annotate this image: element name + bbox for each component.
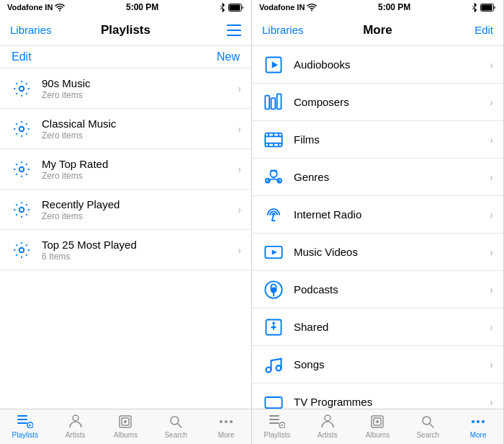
artists-icon bbox=[69, 414, 82, 429]
svg-rect-2 bbox=[227, 25, 241, 26]
bluetooth-icon-right bbox=[472, 3, 477, 12]
item-text-0: 90s Music Zero items bbox=[42, 77, 238, 100]
composers-item[interactable]: Composers › bbox=[252, 84, 503, 121]
svg-rect-58 bbox=[269, 419, 279, 420]
list-item[interactable]: Recently Played Zero items › bbox=[0, 190, 251, 230]
svg-rect-12 bbox=[17, 422, 27, 424]
music-videos-title: Music Videos bbox=[294, 246, 490, 258]
more-icon-right bbox=[472, 419, 485, 424]
songs-item[interactable]: Songs › bbox=[252, 346, 503, 383]
artists-tab-icon-right bbox=[320, 414, 336, 430]
shared-item[interactable]: Shared › bbox=[252, 308, 503, 346]
tab-label-more-left: More bbox=[218, 431, 235, 439]
music-videos-svg bbox=[264, 242, 284, 262]
item-text-2: My Top Rated Zero items bbox=[42, 158, 238, 181]
tab-more-right[interactable]: More bbox=[453, 409, 503, 443]
tab-playlists-left[interactable]: Playlists bbox=[0, 409, 50, 443]
left-status-left: Vodafone IN bbox=[7, 3, 65, 12]
list-item[interactable]: 90s Music Zero items › bbox=[0, 68, 251, 109]
playlists-icon-right bbox=[269, 415, 285, 428]
shared-text: Shared bbox=[294, 321, 490, 333]
svg-point-65 bbox=[376, 420, 379, 423]
tv-programmes-icon bbox=[262, 391, 285, 409]
tv-programmes-item[interactable]: TV Programmes › bbox=[252, 383, 503, 409]
tab-artists-right[interactable]: Artists bbox=[302, 409, 353, 443]
tab-more-left[interactable]: More bbox=[201, 409, 251, 443]
playlists-icon bbox=[17, 415, 33, 428]
right-back-button[interactable]: Libraries bbox=[262, 24, 304, 36]
item-text-1: Classical Music Zero items bbox=[42, 117, 238, 141]
films-item[interactable]: Films › bbox=[252, 121, 503, 159]
svg-point-40 bbox=[270, 170, 276, 177]
search-tab-icon-right bbox=[420, 414, 436, 430]
right-status-bar: Vodafone IN 5:00 PM bbox=[252, 0, 503, 14]
tab-artists-left[interactable]: Artists bbox=[50, 409, 101, 443]
songs-svg bbox=[264, 355, 284, 375]
svg-rect-29 bbox=[271, 98, 276, 109]
svg-rect-30 bbox=[277, 94, 282, 109]
svg-point-5 bbox=[19, 86, 24, 91]
svg-rect-10 bbox=[17, 415, 27, 417]
audiobooks-item[interactable]: Audiobooks › bbox=[252, 46, 503, 84]
edit-button[interactable]: Edit bbox=[12, 50, 32, 63]
item-text-4: Top 25 Most Played 6 Items bbox=[42, 239, 238, 262]
internet-radio-icon bbox=[262, 203, 285, 226]
list-icon[interactable] bbox=[227, 25, 241, 36]
tab-albums-right[interactable]: Albums bbox=[353, 409, 403, 443]
tab-label-albums-right: Albums bbox=[366, 431, 390, 439]
tv-programmes-title: TV Programmes bbox=[294, 396, 490, 408]
item-title-2: My Top Rated bbox=[42, 158, 238, 170]
chevron-3: › bbox=[238, 204, 241, 216]
internet-radio-title: Internet Radio bbox=[294, 208, 490, 221]
tv-programmes-svg bbox=[264, 392, 284, 409]
podcasts-chevron: › bbox=[490, 284, 493, 296]
svg-point-8 bbox=[19, 207, 24, 212]
genres-svg bbox=[264, 167, 284, 187]
gear-svg bbox=[12, 160, 31, 179]
svg-point-6 bbox=[19, 126, 24, 131]
tab-search-right[interactable]: Search bbox=[402, 409, 453, 443]
tab-search-left[interactable]: Search bbox=[150, 409, 201, 443]
podcasts-item[interactable]: Podcasts › bbox=[252, 271, 503, 308]
tv-programmes-chevron: › bbox=[490, 396, 493, 408]
svg-point-52 bbox=[266, 367, 271, 372]
gear-icon-0 bbox=[10, 77, 33, 100]
tab-albums-left[interactable]: Albums bbox=[101, 409, 151, 443]
list-item[interactable]: Classical Music Zero items › bbox=[0, 109, 251, 149]
list-item[interactable]: My Top Rated Zero items › bbox=[0, 149, 251, 190]
tab-label-artists-right: Artists bbox=[318, 431, 338, 439]
item-subtitle-0: Zero items bbox=[42, 90, 238, 100]
gear-icon-2 bbox=[10, 158, 33, 181]
svg-point-62 bbox=[325, 415, 330, 421]
svg-point-69 bbox=[477, 420, 480, 423]
left-carrier: Vodafone IN bbox=[7, 3, 53, 12]
right-status-left: Vodafone IN bbox=[259, 3, 317, 12]
new-button[interactable]: New bbox=[217, 50, 240, 63]
songs-icon bbox=[262, 353, 285, 376]
internet-radio-chevron: › bbox=[490, 209, 493, 221]
svg-marker-27 bbox=[272, 61, 278, 68]
battery-icon-right bbox=[480, 4, 496, 12]
playlists-tab-icon bbox=[17, 414, 33, 430]
chevron-4: › bbox=[238, 244, 241, 256]
music-videos-item[interactable]: Music Videos › bbox=[252, 234, 503, 271]
chevron-1: › bbox=[238, 123, 241, 135]
podcasts-title: Podcasts bbox=[294, 283, 490, 296]
svg-rect-59 bbox=[269, 422, 279, 424]
genres-item[interactable]: Genres › bbox=[252, 159, 503, 196]
item-title-3: Recently Played bbox=[42, 198, 238, 210]
tab-playlists-right[interactable]: Playlists bbox=[252, 409, 302, 443]
left-back-button[interactable]: Libraries bbox=[10, 24, 52, 36]
svg-line-20 bbox=[178, 423, 182, 427]
right-edit-button[interactable]: Edit bbox=[474, 24, 493, 36]
left-tab-bar: Playlists Artists Albums bbox=[0, 409, 251, 444]
internet-radio-item[interactable]: Internet Radio › bbox=[252, 196, 503, 234]
list-item[interactable]: Top 25 Most Played 6 Items › bbox=[0, 230, 251, 270]
more-icon-left bbox=[220, 419, 233, 424]
audiobooks-title: Audiobooks bbox=[294, 58, 490, 71]
gear-icon-1 bbox=[10, 117, 33, 141]
shared-icon bbox=[262, 316, 285, 339]
svg-rect-11 bbox=[17, 419, 27, 420]
audiobooks-icon bbox=[262, 53, 285, 76]
battery-icon-left bbox=[228, 4, 244, 12]
